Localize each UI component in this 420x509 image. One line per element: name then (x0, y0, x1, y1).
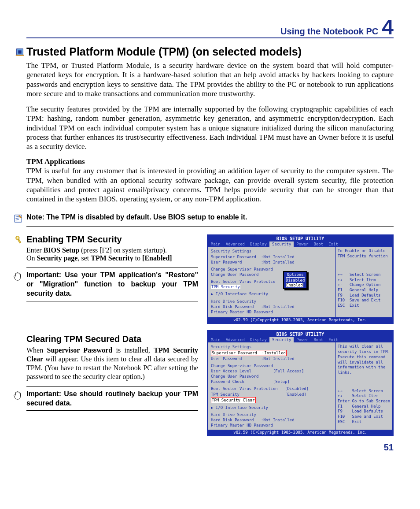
svg-rect-6 (18, 239, 21, 243)
key-icon (15, 235, 24, 244)
section-title: Trusted Platform Module (TPM) (on select… (26, 45, 302, 58)
chapter-number: 4 (382, 18, 394, 37)
bios-tabs: Main Advanced Display Security Power Boo… (208, 241, 392, 247)
tpm-chip-icon (15, 47, 25, 57)
bios-options-popup: Options Disabled Enabled (283, 271, 307, 289)
note-text: Note: The TPM is disabled by default. Us… (26, 213, 394, 222)
subhead-applications: TPM Applications (26, 157, 394, 166)
enable-instructions: Enter BIOS Setup (press [F2] on system s… (26, 246, 198, 262)
important-enable-text: Important: Use your TPM application's "R… (26, 271, 198, 298)
intro-paragraph-1: The TPM, or Trusted Platform Module, is … (26, 61, 394, 98)
clear-body: When Supervisor Password is installed, T… (26, 346, 198, 381)
clear-heading: Clearing TPM Secured Data (26, 334, 198, 344)
svg-rect-3 (15, 215, 22, 223)
intro-paragraph-2: The security features provided by the TP… (26, 104, 394, 151)
important-clear-text: Important: Use should routinely backup y… (26, 390, 198, 408)
important-clear: Important: Use should routinely backup y… (26, 386, 198, 411)
bios-screenshot-enable: BIOS SETUP UTILITY Main Advanced Display… (207, 234, 394, 324)
page-number: 51 (207, 442, 394, 453)
page-header: Using the Notebook PC 4 (26, 18, 394, 38)
important-enable: Important: Use your TPM application's "R… (26, 268, 198, 301)
bios-title: BIOS SETUP UTILITY (208, 236, 392, 241)
note-icon (13, 214, 23, 223)
hand-stop-icon (13, 390, 23, 400)
header-title: Using the Notebook PC (280, 26, 378, 37)
hand-stop-icon (13, 271, 23, 281)
bios-screenshot-clear: BIOS SETUP UTILITY Main Advanced Display… (207, 330, 394, 436)
svg-rect-1 (18, 51, 21, 54)
enable-heading: Enabling TPM Security (26, 234, 122, 245)
note-callout: Note: The TPM is disabled by default. Us… (26, 210, 394, 227)
applications-paragraph: TPM is useful for any customer that is i… (26, 166, 394, 204)
svg-point-5 (17, 237, 18, 238)
